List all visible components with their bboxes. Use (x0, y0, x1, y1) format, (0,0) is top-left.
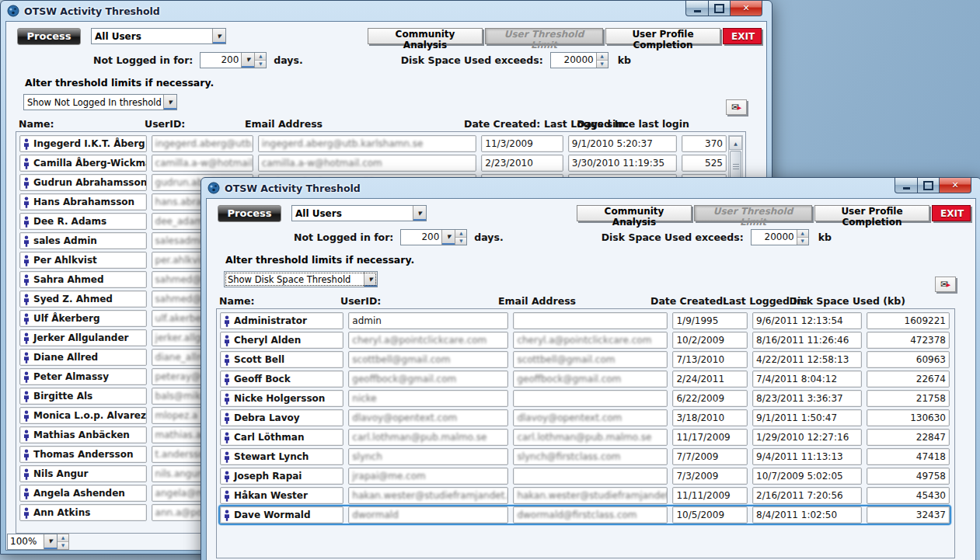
thumb-grip-icon (733, 164, 739, 171)
user-profile-completion-button[interactable]: User Profile Completion (814, 205, 929, 221)
dropdown-arrow-icon[interactable]: ▼ (364, 272, 377, 287)
not-logged-days-input[interactable]: 200 ▼ ▲▼ (200, 52, 267, 68)
table-row[interactable]: Administratoradmin1/9/19959/6/2011 12:13… (220, 312, 950, 329)
date-created-cell: 2/24/2011 (672, 370, 748, 388)
disk-space-input[interactable]: 20000 ▲▼ (550, 52, 609, 68)
userid-cell: geoffbock@gmail.com (348, 370, 508, 388)
person-icon (23, 294, 30, 305)
date-created-cell: 11/17/2009 (672, 429, 748, 446)
person-icon (23, 449, 30, 461)
maximize-button[interactable] (709, 1, 731, 16)
table-row[interactable]: Cheryl Aldencheryl.a@pointclickcare.comc… (220, 332, 950, 349)
table-row[interactable]: Joseph Rapaijrapai@me.com7/3/200910/7/20… (220, 468, 950, 485)
dropdown-arrow-icon[interactable]: ▼ (413, 206, 426, 221)
table-row[interactable]: Scott Bellscottbell@gmail.comscottbell@g… (220, 351, 950, 368)
process-button[interactable]: Process (17, 28, 81, 45)
threshold-view-dropdown[interactable]: Show Not Logged In threshold ▼ (23, 94, 177, 110)
dropdown-arrow-icon[interactable]: ▼ (241, 53, 254, 68)
userid-cell: dwormald (348, 506, 508, 523)
spin-down-icon: ▼ (455, 237, 466, 245)
date-created-cell: 1/9/1995 (672, 312, 748, 329)
user-profile-completion-button[interactable]: User Profile Completion (605, 28, 720, 44)
dropdown-arrow-icon[interactable]: ▼ (212, 29, 225, 43)
disk-space-value: 20000 (752, 231, 797, 242)
minimize-button[interactable] (895, 178, 918, 193)
date-created-cell: 11/11/2009 (672, 487, 748, 504)
exit-button[interactable]: EXIT (932, 205, 971, 221)
threshold-view-value: Show Not Logged In threshold (24, 97, 163, 108)
front-titlebar[interactable]: OTSW Activity Threshold ✕ (201, 178, 980, 198)
email-cell: cheryl.a@pointclickcare.com (513, 332, 668, 349)
user-name-cell: Peter Almassy (19, 368, 147, 385)
header-userid: UserID: (340, 295, 493, 307)
close-button[interactable]: ✕ (731, 1, 762, 16)
dropdown-arrow-icon[interactable]: ▼ (163, 95, 176, 110)
dropdown-arrow-icon[interactable]: ▼ (44, 534, 57, 549)
days-spinner[interactable]: ▲▼ (455, 230, 466, 245)
close-icon: ✕ (742, 3, 749, 13)
scroll-up-icon: ▲ (734, 141, 738, 146)
table-row[interactable]: Dave Wormalddwormalddwormald@firstclass.… (220, 506, 950, 523)
process-button[interactable]: Process (218, 205, 281, 222)
community-analysis-button[interactable]: Community Analysis (368, 28, 483, 44)
table-row[interactable]: Camilla Åberg-Wickmancamilla.a-w@hotmail… (19, 155, 727, 172)
last-logged-in-cell: 8/16/2011 11:26:46 (752, 332, 862, 349)
threshold-view-value: Show Disk Space Threshold (225, 274, 364, 285)
user-name-cell: Sahra Ahmed (19, 271, 147, 288)
front-window: OTSW Activity Threshold ✕ Process All Us… (201, 177, 980, 560)
table-header-row: Name: UserID: Email Address Date Created… (16, 118, 746, 130)
kb-spinner[interactable]: ▲▼ (596, 53, 608, 68)
community-analysis-button[interactable]: Community Analysis (577, 205, 692, 221)
back-titlebar[interactable]: OTSW Activity Threshold ✕ (1, 1, 772, 21)
email-button[interactable]: ✉ ▶ (726, 99, 747, 115)
table-row[interactable]: Debra Lavoydlavoy@opentext.comdlavoy@ope… (220, 409, 950, 426)
last-logged-in-cell: 7/4/2011 8:04:12 (752, 370, 862, 388)
table-row[interactable]: Geoff Bockgeoffbock@gmail.comgeoffbock@g… (220, 370, 950, 388)
threshold-view-dropdown[interactable]: Show Disk Space Threshold ▼ (224, 271, 378, 287)
maximize-button[interactable] (918, 178, 940, 193)
email-button[interactable]: ✉ ▶ (935, 277, 956, 292)
zoom-spinner[interactable]: ▲▼ (58, 534, 69, 550)
last-logged-in-cell: 9/4/2011 11:13:13 (752, 448, 862, 465)
disk-space-label: Disk Space Used exceeds: (602, 231, 744, 243)
table-row[interactable]: Stewart Lynchslynchslynch@firstclass.com… (220, 448, 950, 465)
close-button[interactable]: ✕ (940, 178, 971, 193)
app-icon (7, 5, 19, 17)
close-icon: ✕ (951, 180, 958, 190)
scroll-up-button[interactable]: ▲ (729, 136, 742, 150)
minimize-button[interactable] (685, 1, 709, 16)
user-name-cell: Hans Abrahamsson (19, 193, 147, 210)
user-threshold-limit-button: User Threshold Limit (485, 28, 603, 44)
table-row[interactable]: Nicke Holgerssonnicke6/22/20098/23/2011 … (220, 390, 950, 407)
email-cell (513, 390, 668, 407)
user-name-cell: Dee R. Adams (19, 213, 147, 230)
person-icon (224, 393, 230, 405)
zoom-level-control[interactable]: 100% ▼ ▲▼ (7, 534, 69, 549)
header-name: Name: (219, 295, 336, 307)
user-name-cell: Gudrun Abrahamsson (19, 174, 147, 191)
table-row[interactable]: Carl Löthmancarl.lothman@pub.malmo.secar… (220, 429, 950, 446)
email-cell: geoffbock@gmail.com (513, 370, 668, 388)
person-icon (23, 488, 30, 499)
disk-space-input[interactable]: 20000 ▲▼ (751, 229, 809, 245)
value-cell: 22847 (867, 429, 950, 446)
date-created-cell: 6/22/2009 (672, 390, 748, 407)
email-cell (513, 312, 668, 329)
spin-down-icon: ▼ (58, 541, 68, 549)
user-name-cell: Birgitte Als (19, 388, 147, 405)
user-name-cell: Nils Angur (19, 465, 147, 482)
table-row[interactable]: Håkan Westerhakan.wester@studieframjande… (220, 487, 950, 504)
person-icon (224, 471, 230, 482)
user-filter-dropdown[interactable]: All Users ▼ (91, 28, 226, 44)
table-row[interactable]: Ingegerd I.K.T. Åbergingegerd.aberg@utb.… (19, 135, 727, 152)
dropdown-arrow-icon[interactable]: ▼ (441, 230, 455, 245)
user-filter-dropdown[interactable]: All Users ▼ (291, 205, 427, 221)
userid-cell: nicke (348, 390, 508, 407)
user-name-cell: Camilla Åberg-Wickman (19, 155, 147, 172)
not-logged-days-input[interactable]: 200 ▼ ▲▼ (400, 229, 467, 245)
not-logged-label: Not Logged in for: (294, 231, 393, 243)
days-spinner[interactable]: ▲▼ (254, 53, 266, 68)
exit-button[interactable]: EXIT (723, 28, 762, 44)
kb-spinner[interactable]: ▲▼ (797, 230, 808, 245)
not-logged-label: Not Logged in for: (93, 54, 193, 66)
